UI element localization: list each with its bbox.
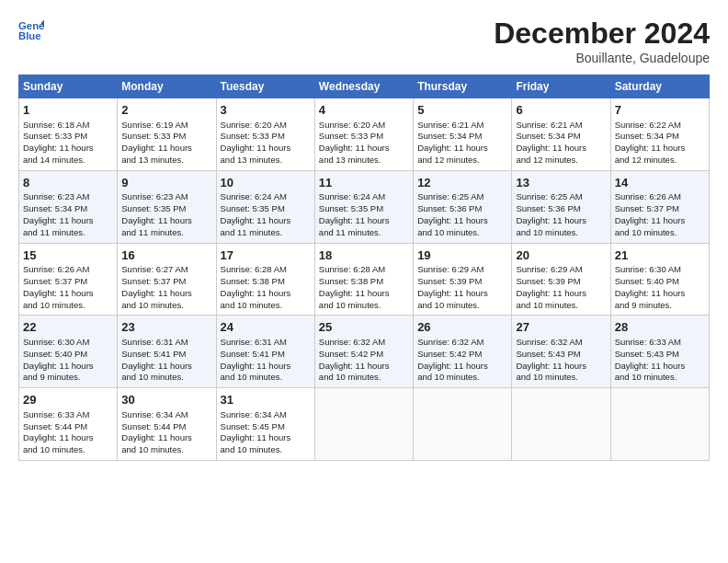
month-title: December 2024	[494, 17, 710, 51]
day-number: 27	[516, 319, 606, 336]
day-info-line: Sunrise: 6:28 AM	[319, 264, 409, 276]
day-number: 16	[121, 247, 211, 264]
day-info-line: Daylight: 11 hours	[319, 288, 409, 300]
day-info-line: and 11 minutes.	[121, 227, 211, 239]
day-info-line: Daylight: 11 hours	[23, 432, 113, 444]
day-info-line: Daylight: 11 hours	[23, 215, 113, 227]
day-number: 17	[221, 247, 311, 264]
calendar-cell: 14Sunrise: 6:26 AMSunset: 5:37 PMDayligh…	[610, 170, 709, 243]
day-info-line: Daylight: 11 hours	[615, 361, 705, 373]
calendar-cell: 26Sunrise: 6:32 AMSunset: 5:42 PMDayligh…	[414, 316, 512, 388]
day-info-line: Sunrise: 6:21 AM	[417, 120, 507, 132]
day-info-line: and 11 minutes.	[23, 227, 113, 239]
day-number: 6	[516, 102, 606, 119]
day-number: 15	[23, 247, 113, 264]
day-info-line: Sunset: 5:37 PM	[615, 203, 705, 215]
day-info-line: Sunrise: 6:20 AM	[221, 120, 311, 132]
location-subtitle: Bouillante, Guadeloupe	[494, 51, 710, 65]
calendar-cell: 28Sunrise: 6:33 AMSunset: 5:43 PMDayligh…	[610, 316, 709, 388]
day-info-line: Sunset: 5:35 PM	[221, 203, 311, 215]
calendar-cell: 13Sunrise: 6:25 AMSunset: 5:36 PMDayligh…	[512, 170, 610, 243]
calendar-cell: 12Sunrise: 6:25 AMSunset: 5:36 PMDayligh…	[414, 170, 512, 243]
day-number: 24	[221, 319, 311, 336]
calendar-day-header: Saturday	[610, 75, 709, 98]
day-number: 18	[319, 247, 409, 264]
calendar-cell: 5Sunrise: 6:21 AMSunset: 5:34 PMDaylight…	[414, 98, 512, 171]
day-info-line: Sunset: 5:41 PM	[221, 349, 311, 361]
calendar-cell: 11Sunrise: 6:24 AMSunset: 5:35 PMDayligh…	[314, 170, 413, 243]
day-info-line: and 10 minutes.	[615, 227, 705, 239]
title-block: December 2024 Bouillante, Guadeloupe	[494, 17, 710, 65]
day-info-line: Sunset: 5:35 PM	[319, 203, 409, 215]
calendar-day-header: Wednesday	[314, 75, 413, 98]
day-info-line: Sunset: 5:33 PM	[121, 131, 211, 143]
day-number: 19	[417, 247, 507, 264]
day-number: 9	[121, 175, 211, 191]
calendar-cell: 23Sunrise: 6:31 AMSunset: 5:41 PMDayligh…	[118, 316, 216, 388]
day-info-line: Daylight: 11 hours	[221, 215, 311, 227]
day-info-line: Sunset: 5:38 PM	[319, 276, 409, 288]
day-info-line: Sunrise: 6:27 AM	[121, 264, 211, 276]
day-info-line: Daylight: 11 hours	[121, 361, 211, 373]
day-info-line: and 10 minutes.	[516, 227, 606, 239]
calendar-cell: 27Sunrise: 6:32 AMSunset: 5:43 PMDayligh…	[512, 316, 610, 388]
day-info-line: Sunset: 5:34 PM	[23, 203, 113, 215]
day-number: 4	[319, 102, 409, 119]
day-info-line: Sunset: 5:34 PM	[417, 131, 507, 143]
day-number: 12	[417, 175, 507, 191]
day-info-line: and 10 minutes.	[121, 444, 211, 456]
calendar-cell: 1Sunrise: 6:18 AMSunset: 5:33 PMDaylight…	[19, 98, 118, 171]
day-number: 8	[23, 175, 113, 191]
calendar-day-header: Friday	[512, 75, 610, 98]
day-info-line: and 10 minutes.	[516, 300, 606, 312]
day-info-line: and 10 minutes.	[23, 444, 113, 456]
day-number: 28	[615, 319, 705, 336]
day-info-line: Daylight: 11 hours	[319, 143, 409, 155]
day-info-line: Daylight: 11 hours	[121, 432, 211, 444]
day-info-line: Daylight: 11 hours	[121, 143, 211, 155]
calendar-cell: 25Sunrise: 6:32 AMSunset: 5:42 PMDayligh…	[314, 316, 413, 388]
day-info-line: Daylight: 11 hours	[417, 215, 507, 227]
day-info-line: Sunset: 5:34 PM	[516, 131, 606, 143]
day-info-line: Daylight: 11 hours	[516, 143, 606, 155]
calendar-header-row: SundayMondayTuesdayWednesdayThursdayFrid…	[19, 75, 710, 98]
day-info-line: Sunset: 5:43 PM	[615, 349, 705, 361]
calendar-page: General Blue December 2024 Bouillante, G…	[0, 0, 728, 563]
day-info-line: Daylight: 11 hours	[319, 361, 409, 373]
calendar-cell: 17Sunrise: 6:28 AMSunset: 5:38 PMDayligh…	[216, 243, 314, 316]
logo: General Blue	[18, 17, 44, 42]
calendar-cell: 21Sunrise: 6:30 AMSunset: 5:40 PMDayligh…	[610, 243, 709, 316]
day-info-line: Sunset: 5:41 PM	[121, 349, 211, 361]
calendar-week-row: 1Sunrise: 6:18 AMSunset: 5:33 PMDaylight…	[19, 98, 710, 171]
day-number: 31	[221, 392, 311, 408]
calendar-cell: 24Sunrise: 6:31 AMSunset: 5:41 PMDayligh…	[216, 316, 314, 388]
day-info-line: Daylight: 11 hours	[516, 361, 606, 373]
day-info-line: and 10 minutes.	[516, 372, 606, 384]
day-info-line: Daylight: 11 hours	[23, 361, 113, 373]
day-info-line: Sunset: 5:36 PM	[417, 203, 507, 215]
day-info-line: and 11 minutes.	[221, 227, 311, 239]
logo-icon: General Blue	[18, 17, 44, 42]
day-info-line: Daylight: 11 hours	[615, 288, 705, 300]
calendar-cell: 20Sunrise: 6:29 AMSunset: 5:39 PMDayligh…	[512, 243, 610, 316]
calendar-cell: 4Sunrise: 6:20 AMSunset: 5:33 PMDaylight…	[314, 98, 413, 171]
day-info-line: Daylight: 11 hours	[417, 143, 507, 155]
day-info-line: and 10 minutes.	[417, 372, 507, 384]
day-info-line: Sunset: 5:42 PM	[417, 349, 507, 361]
calendar-cell: 18Sunrise: 6:28 AMSunset: 5:38 PMDayligh…	[314, 243, 413, 316]
day-info-line: Daylight: 11 hours	[516, 215, 606, 227]
day-number: 23	[121, 319, 211, 336]
calendar-week-row: 22Sunrise: 6:30 AMSunset: 5:40 PMDayligh…	[19, 316, 710, 388]
day-info-line: and 13 minutes.	[221, 155, 311, 167]
day-info-line: Daylight: 11 hours	[615, 143, 705, 155]
calendar-day-header: Tuesday	[216, 75, 314, 98]
day-info-line: and 10 minutes.	[23, 300, 113, 312]
day-info-line: Sunset: 5:40 PM	[615, 276, 705, 288]
calendar-cell: 16Sunrise: 6:27 AMSunset: 5:37 PMDayligh…	[118, 243, 216, 316]
day-number: 25	[319, 319, 409, 336]
day-info-line: and 12 minutes.	[417, 155, 507, 167]
day-number: 29	[23, 392, 113, 408]
day-info-line: Daylight: 11 hours	[615, 215, 705, 227]
day-number: 21	[615, 247, 705, 264]
day-info-line: and 10 minutes.	[417, 300, 507, 312]
